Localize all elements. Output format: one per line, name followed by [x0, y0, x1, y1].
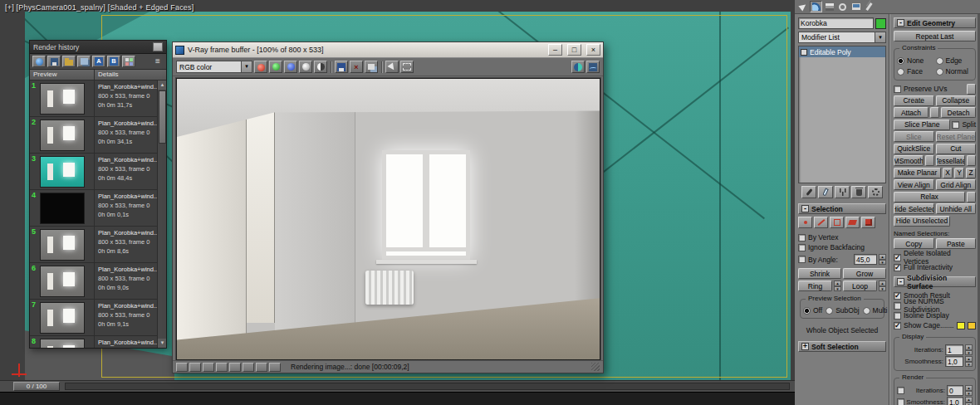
cage-color-swatch-2[interactable] [968, 322, 976, 329]
delete-isolated-vertices-checkbox[interactable]: Delete Isolated Vertices [894, 252, 976, 262]
selection-rollout-header[interactable]: Selection [798, 203, 886, 214]
stack-item-editable-poly[interactable]: Editable Poly [799, 46, 885, 57]
spinner-down[interactable] [879, 286, 886, 292]
display-smoothness-field[interactable]: 1,0 [945, 356, 963, 367]
load-history-button[interactable] [62, 56, 76, 67]
set-a-button[interactable] [92, 56, 105, 67]
slice-plane-button[interactable]: Slice Plane [894, 120, 950, 130]
render-history-scrollbar[interactable] [157, 81, 166, 348]
clear-image-button[interactable] [350, 61, 363, 73]
compare-button[interactable] [77, 56, 91, 67]
render-image[interactable] [177, 79, 600, 359]
open-image-button[interactable] [176, 363, 188, 372]
show-end-result-button[interactable] [818, 186, 833, 198]
curve-editor-button[interactable] [586, 61, 600, 73]
time-slider-track[interactable] [65, 383, 790, 390]
vfb-titlebar[interactable]: V-Ray frame buffer - [100% of 800 x 533] [173, 42, 603, 58]
tab-display[interactable] [850, 1, 862, 12]
polygon-mode-button[interactable] [845, 217, 860, 228]
duplicate-to-max-button[interactable] [365, 61, 378, 73]
paste-button[interactable]: Paste [936, 238, 977, 249]
constraint-normal-radio[interactable]: Normal [936, 66, 973, 76]
spinner-down[interactable] [965, 391, 973, 397]
hide-unselected-button[interactable]: Hide Unselected [894, 216, 950, 227]
render-iterations-field[interactable]: 0 [947, 385, 963, 396]
render-thumbnail[interactable] [40, 156, 85, 188]
configure-modifier-sets-button[interactable] [868, 186, 883, 198]
render-history-row[interactable]: 2 Plan_Korobka+wind... 800 x 533, frame … [30, 117, 166, 154]
spinner-down[interactable] [965, 362, 973, 368]
subdivision-surface-rollout-header[interactable]: Subdivision Surface [894, 276, 976, 287]
track-mouse-button[interactable] [385, 61, 399, 73]
column-preview[interactable]: Preview [30, 70, 95, 80]
view-align-button[interactable]: View Align [894, 179, 934, 190]
tab-utilities[interactable] [863, 1, 875, 12]
split-checkbox[interactable]: Split [952, 120, 976, 129]
render-history-row[interactable]: 7 Plan_Korobka+wind... 800 x 533, frame … [30, 300, 166, 336]
render-thumbnail[interactable] [40, 266, 85, 297]
render-smoothness-checkbox[interactable] [897, 398, 904, 405]
save-image-button[interactable] [335, 61, 348, 73]
soft-selection-rollout-header[interactable]: Soft Selection [798, 341, 886, 352]
tab-create[interactable] [796, 1, 809, 12]
ring-spinner[interactable] [834, 281, 841, 291]
render-smoothness-spinner[interactable] [965, 397, 973, 405]
create-button[interactable]: Create [894, 95, 934, 106]
spinner-down[interactable] [965, 350, 973, 356]
planar-x-button[interactable]: X [943, 168, 953, 178]
green-channel-button[interactable] [269, 61, 282, 73]
render-history-row[interactable]: 1 Plan_Korobka+wind... 800 x 533, frame … [30, 81, 166, 117]
stamp-button[interactable] [243, 363, 254, 372]
column-details[interactable]: Details [95, 70, 166, 80]
planar-y-button[interactable]: Y [954, 168, 964, 178]
compare-horizontal-button[interactable] [216, 363, 228, 372]
grid-align-button[interactable]: Grid Align [936, 179, 977, 190]
constraint-none-radio[interactable]: None [897, 56, 934, 66]
red-channel-button[interactable] [254, 61, 267, 73]
slice-button[interactable]: Slice [894, 131, 934, 142]
spinner-down[interactable] [834, 286, 841, 292]
preserve-uvs-settings-button[interactable] [967, 84, 976, 95]
tessellate-button[interactable]: Tessellate [936, 155, 966, 166]
pixel-info-button[interactable] [256, 363, 267, 372]
object-name-field[interactable]: Korobka [798, 17, 874, 29]
by-vertex-checkbox[interactable]: By Vertex [798, 232, 886, 242]
render-history-list[interactable]: 1 Plan_Korobka+wind... 800 x 533, frame … [30, 81, 166, 348]
scroll-thumb[interactable] [159, 90, 166, 144]
compare-vertical-button[interactable] [229, 363, 241, 372]
repeat-last-button[interactable]: Repeat Last [894, 31, 976, 41]
render-iterations-checkbox[interactable] [897, 386, 904, 396]
reset-plane-button[interactable]: Reset Plane [936, 131, 977, 142]
cage-color-swatch-1[interactable] [957, 322, 965, 329]
edge-mode-button[interactable] [814, 217, 828, 228]
by-angle-field[interactable]: 45,0 [854, 254, 877, 265]
msmooth-settings-button[interactable] [925, 155, 934, 166]
channel-select-dropdown[interactable]: RGB color [176, 61, 252, 73]
by-angle-checkbox[interactable]: By Angle: [798, 255, 838, 265]
planar-z-button[interactable]: Z [966, 168, 976, 178]
ring-button[interactable]: Ring [798, 281, 832, 291]
modifier-stack[interactable]: Editable Poly [798, 46, 886, 183]
render-iterations-spinner[interactable] [965, 385, 973, 396]
monochrome-button[interactable] [314, 61, 327, 73]
quickslice-button[interactable]: QuickSlice [894, 144, 934, 154]
display-smoothness-spinner[interactable] [965, 356, 973, 367]
scroll-down-arrow[interactable] [158, 339, 166, 348]
by-angle-spinner[interactable] [879, 254, 886, 265]
grow-button[interactable]: Grow [843, 268, 886, 279]
make-planar-button[interactable]: Make Planar [894, 168, 941, 178]
cut-button[interactable]: Cut [936, 144, 977, 154]
modifier-list-dropdown[interactable]: Modifier List [798, 32, 886, 43]
spinner-down[interactable] [879, 260, 886, 266]
make-unique-button[interactable] [835, 186, 850, 198]
zoom-button[interactable] [269, 363, 281, 372]
ignore-backfacing-checkbox[interactable]: Ignore Backfacing [798, 242, 886, 252]
shrink-button[interactable]: Shrink [798, 268, 841, 279]
relax-settings-button[interactable] [967, 192, 976, 202]
render-history-row[interactable]: 8 Plan_Korobka+wind... 800 x 533, frame … [30, 336, 166, 348]
use-nurms-checkbox[interactable]: Use NURMS Subdivision [894, 300, 976, 310]
preserve-uvs-checkbox[interactable]: Preserve UVs [894, 84, 976, 94]
render-thumbnail[interactable] [40, 302, 85, 334]
viewport-label[interactable]: [+] [PhysCamera001_spalny] [Shaded + Edg… [5, 3, 194, 12]
attach-button[interactable]: Attach [894, 107, 929, 118]
